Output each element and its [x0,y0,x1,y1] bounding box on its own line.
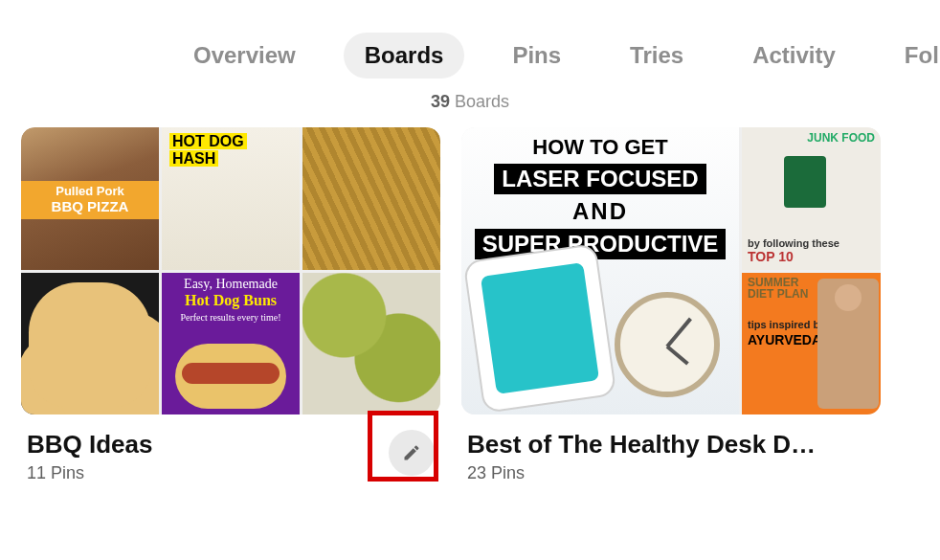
collage-caption: SUMMER DIET PLAN [748,277,814,301]
board-meta: Best of The Healthy Desk D… 23 Pins [461,414,881,493]
collage-caption: AYURVEDA [748,332,821,347]
tab-overview[interactable]: Overview [172,33,317,78]
board-card[interactable]: HOW TO GET LASER FOCUSED AND SUPER PRODU… [461,127,881,493]
tab-tries[interactable]: Tries [609,33,705,78]
collage-caption: Easy, Homemade Hot Dog Buns Perfect resu… [162,277,300,325]
collage-caption: HOW TO GET LASER FOCUSED AND SUPER PRODU… [461,135,739,263]
tab-boards[interactable]: Boards [344,33,465,78]
collage-caption: JUNK FOOD [807,131,875,145]
collage-tile: SUMMER DIET PLAN tips inspired by AYURVE… [742,273,881,415]
tab-activity[interactable]: Activity [731,33,857,78]
collage-tile: Pulled Pork BBQ PIZZA [21,127,159,270]
collage-tile [302,273,440,415]
pencil-icon [402,443,421,462]
collage-caption: by following these TOP 10 [748,237,839,264]
collage-tile: HOT DOG HASH [162,127,300,270]
collage-tile: Easy, Homemade Hot Dog Buns Perfect resu… [162,273,300,415]
person-illustration [817,279,879,410]
profile-tabs: Overview Boards Pins Tries Activity Foll… [0,0,940,84]
collage-caption: Pulled Pork BBQ PIZZA [21,181,159,219]
board-pin-count: 11 Pins [27,463,153,483]
board-title: Best of The Healthy Desk D… [467,430,816,459]
board-title: BBQ Ideas [27,430,153,459]
collage-tile [21,273,159,415]
board-collage: HOW TO GET LASER FOCUSED AND SUPER PRODU… [461,127,881,414]
collage-tile [302,127,440,270]
collage-caption: HOT DOG HASH [169,133,247,168]
collage-tile: HOW TO GET LASER FOCUSED AND SUPER PRODU… [461,127,739,414]
board-pin-count: 23 Pins [467,463,816,483]
boards-count-number: 39 [431,92,450,111]
tab-pins[interactable]: Pins [491,33,582,78]
edit-board-button[interactable] [389,430,435,476]
board-card[interactable]: Pulled Pork BBQ PIZZA HOT DOG HASH Easy,… [21,127,440,493]
phone-illustration [463,243,617,414]
board-collage: Pulled Pork BBQ PIZZA HOT DOG HASH Easy,… [21,127,440,414]
tab-followers[interactable]: Followers [884,33,940,78]
collage-caption: tips inspired by [748,319,825,330]
board-meta: BBQ Ideas 11 Pins [21,414,440,493]
boards-count-unit: Boards [455,92,509,111]
boards-grid: Pulled Pork BBQ PIZZA HOT DOG HASH Easy,… [0,127,940,493]
cup-illustration [784,156,826,208]
collage-tile: JUNK FOOD by following these TOP 10 [742,127,881,270]
clock-illustration [615,292,720,397]
boards-count: 39 Boards [0,84,940,127]
